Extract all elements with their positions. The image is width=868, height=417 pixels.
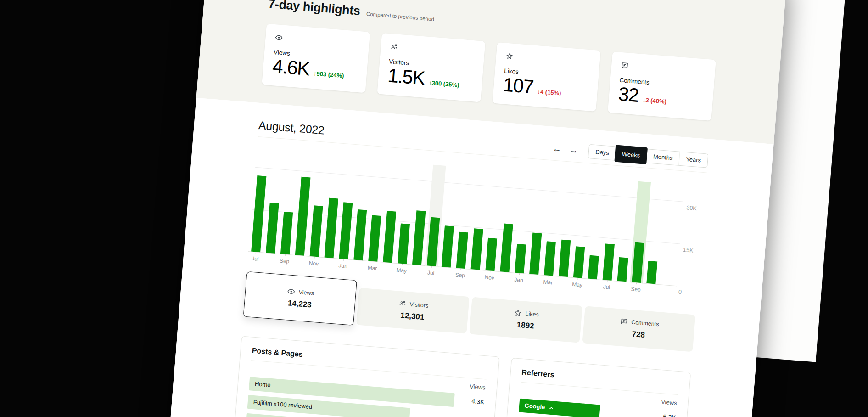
star-icon (505, 51, 591, 68)
chevron-up-icon[interactable] (549, 404, 555, 411)
x-axis-label: May (572, 281, 583, 288)
x-axis-label: Sep (279, 257, 289, 265)
list-item-label: Fujifilm x100 reviewed (253, 399, 312, 410)
axis-tick (607, 280, 607, 282)
chart-bar[interactable] (427, 217, 440, 266)
chart-bar[interactable] (529, 233, 542, 275)
axis-tick (343, 259, 344, 261)
highlight-value: 32 (617, 85, 639, 106)
traffic-section: August, 2022 ← → DaysWeeksMonthsYears Ju… (167, 98, 774, 417)
y-tick-15k: 15K (683, 247, 694, 254)
highlight-card-views: Views4.6K↑903 (24%) (262, 24, 370, 93)
axis-tick (373, 261, 373, 263)
granularity-tabs: DaysWeeksMonthsYears (588, 144, 708, 168)
previous-period-button[interactable]: ← (550, 143, 564, 154)
comment-icon (620, 61, 706, 77)
axis-tick (578, 278, 578, 280)
highlight-delta: ↓2 (40%) (642, 96, 667, 108)
tab-months[interactable]: Months (646, 149, 680, 165)
chart-bar[interactable] (339, 202, 353, 259)
y-tick-0: 0 (678, 288, 682, 295)
x-axis-label: Nov (308, 260, 319, 267)
summary-value: 12,301 (357, 307, 468, 325)
tab-years[interactable]: Years (678, 152, 708, 168)
axis-tick (431, 266, 432, 268)
list-item-label: Home (254, 380, 271, 389)
chart-bar[interactable] (266, 203, 279, 254)
chart-bar[interactable] (544, 241, 556, 276)
chart-bar[interactable] (500, 223, 513, 272)
chart-bar[interactable] (559, 240, 571, 277)
chart-bar[interactable] (324, 198, 338, 258)
posts-pages-card: Posts & Pages Views Home4.3KFujifilm x10… (233, 336, 499, 417)
axis-tick (490, 270, 490, 272)
axis-tick (519, 273, 520, 275)
referrers-card: Referrers Views Google6.2K (504, 357, 691, 417)
highlight-delta: ↑903 (24%) (313, 70, 344, 82)
summary-card-comments[interactable]: Comments728 (582, 306, 695, 352)
chart-bar[interactable] (632, 242, 644, 283)
bars-container: JulSepNovJanMarMayJulSepNovJanMarMayJulS… (248, 151, 666, 284)
highlight-delta: ↓4 (15%) (537, 88, 562, 99)
highlight-value: 1.5K (387, 66, 426, 88)
chart-bar[interactable] (368, 215, 381, 261)
highlight-card-visitors: Visitors1.5K↑300 (25%) (377, 33, 486, 102)
list-item-label: Google (524, 402, 545, 411)
summary-label: Likes (525, 310, 539, 317)
x-axis-label: Nov (484, 274, 494, 281)
chart-bar[interactable] (412, 210, 426, 265)
star-icon (514, 308, 522, 317)
tab-weeks[interactable]: Weeks (614, 145, 647, 164)
chart-bar[interactable] (456, 231, 468, 268)
summary-value: 1892 (470, 316, 581, 334)
next-period-button[interactable]: → (567, 144, 581, 156)
summary-label: Visitors (409, 301, 429, 309)
axis-tick (460, 268, 461, 270)
chart-bar[interactable] (573, 247, 585, 278)
eye-icon (287, 287, 296, 296)
stats-page: 7-day highlights Compared to previous pe… (155, 0, 786, 417)
chart-bar[interactable] (398, 224, 410, 264)
highlight-card-likes: Likes107↓4 (15%) (493, 42, 601, 112)
summary-card-visitors[interactable]: Visitors12,301 (356, 288, 470, 334)
summary-label: Comments (631, 319, 659, 327)
chart-bar[interactable] (515, 244, 526, 273)
chart-bar[interactable] (602, 243, 615, 280)
x-axis-label: Sep (455, 271, 465, 279)
highlights-title: 7-day highlights (268, 0, 360, 18)
comment-icon (620, 317, 628, 326)
summary-value: 14,223 (245, 295, 355, 313)
summary-value: 728 (583, 326, 694, 344)
chart-bar[interactable] (588, 255, 599, 279)
chart-controls: ← → DaysWeeksMonthsYears (549, 141, 708, 168)
x-axis-label: Jul (252, 255, 259, 262)
chart-bar[interactable] (442, 226, 454, 268)
chart-bar[interactable] (485, 238, 497, 271)
chart-bar[interactable] (353, 209, 367, 260)
chart-bar[interactable] (309, 206, 323, 257)
chart-bar[interactable] (617, 257, 628, 282)
list-item-views: 4.3K (462, 397, 485, 406)
highlight-value: 4.6K (272, 56, 310, 79)
highlight-value: 107 (502, 75, 534, 97)
axis-tick (256, 252, 256, 254)
x-axis-label: Mar (543, 279, 553, 286)
summary-card-views[interactable]: Views14,223 (243, 271, 357, 326)
chart-bar[interactable] (280, 212, 293, 254)
x-axis-label: May (396, 267, 407, 274)
highlights-subtitle: Compared to previous period (366, 11, 435, 22)
axis-tick (549, 276, 549, 277)
period-title: August, 2022 (258, 118, 325, 137)
tab-days[interactable]: Days (588, 145, 616, 160)
screenshot-stage: 7-day highlights Compared to previous pe… (0, 0, 868, 417)
chart-bar[interactable] (383, 211, 396, 263)
x-axis-label: Jan (514, 276, 523, 284)
axis-tick (285, 254, 286, 256)
highlight-card-comments: Comments32↓2 (40%) (608, 51, 716, 121)
axis-tick (314, 256, 314, 258)
y-tick-30k: 30K (686, 204, 697, 212)
chart-bar[interactable] (646, 261, 657, 284)
chart-bar[interactable] (470, 228, 483, 270)
summary-card-likes[interactable]: Likes1892 (469, 297, 582, 343)
eye-icon (274, 33, 360, 49)
